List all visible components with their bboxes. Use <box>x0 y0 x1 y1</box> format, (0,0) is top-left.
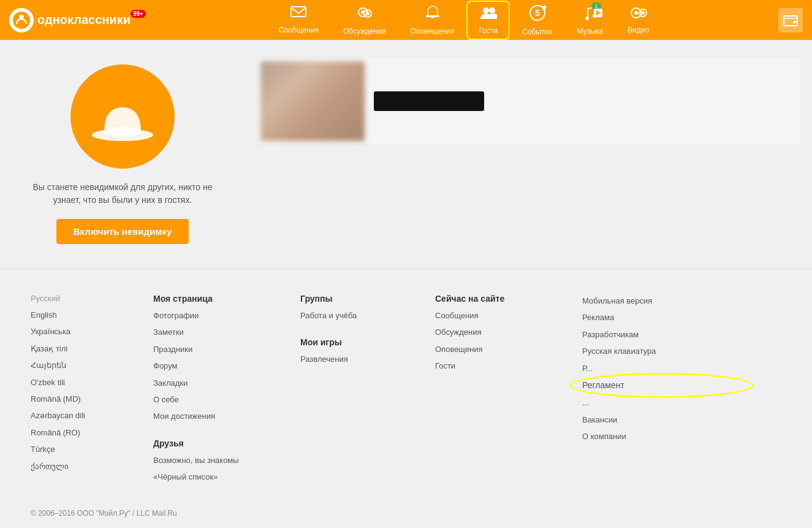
copyright: © 2006–2016 ООО "Мэйл.Ру" / LLC Mail.Ru <box>31 509 781 518</box>
right-panel <box>245 52 812 256</box>
user-photo-1 <box>260 61 365 141</box>
groups-work[interactable]: Работа и учёба <box>300 308 423 323</box>
footer-grid: Русский English Українська Қазақ тілі Հա… <box>31 294 781 484</box>
footer-current-site: Сейчас на сайте Сообщения Обсуждения Опо… <box>435 294 570 484</box>
site-notifications[interactable]: Оповещения <box>435 342 570 356</box>
notifications-icon <box>425 5 440 25</box>
user-name-1 <box>374 91 484 111</box>
svg-rect-21 <box>793 21 796 23</box>
svg-rect-7 <box>426 15 439 17</box>
logo-icon <box>9 8 34 33</box>
friends-heading: Друзья <box>153 438 288 448</box>
nav-label-video: Видео <box>628 26 649 34</box>
svg-point-12 <box>585 17 589 20</box>
svg-point-5 <box>361 10 365 14</box>
friends-blacklist[interactable]: «Чёрный список» <box>153 470 288 484</box>
avatar-circle <box>70 64 175 169</box>
invisible-text: Вы станете невидимкой для других, никто … <box>25 181 221 207</box>
russian-keyboard[interactable]: Русская клавиатура <box>582 344 742 358</box>
nav-item-events[interactable]: 5 События <box>510 0 565 41</box>
site-guests[interactable]: Гости <box>435 359 570 373</box>
my-page-about[interactable]: О себе <box>153 392 288 407</box>
mobile-version[interactable]: Мобильная версия <box>582 294 742 308</box>
my-page-bookmarks[interactable]: Закладки <box>153 376 288 390</box>
events-icon: 5 <box>529 4 546 25</box>
video-icon <box>630 6 647 23</box>
music-icon: 1 <box>583 5 598 25</box>
lang-kazakh[interactable]: Қазақ тілі <box>31 342 141 356</box>
footer-my-page: Моя страница Фотографии Заметки Праздник… <box>153 294 288 484</box>
lang-romanian-md[interactable]: Română (MD) <box>31 392 141 406</box>
reglament-wrapper: Регламент <box>582 378 742 393</box>
nav-item-music[interactable]: 1 Музыка <box>565 0 615 40</box>
svg-point-8 <box>483 7 489 13</box>
groups-heading: Группы <box>300 294 423 304</box>
lang-georgian[interactable]: ქართული <box>31 459 141 473</box>
my-page-heading: Моя страница <box>153 294 288 304</box>
logo-text: одноклассники <box>37 13 131 27</box>
footer: Русский English Українська Қазақ тілі Հա… <box>0 269 812 528</box>
footer-groups: Группы Работа и учёба Мои игры Развлечен… <box>300 294 423 484</box>
svg-text:5: 5 <box>535 8 540 18</box>
lang-ukrainian[interactable]: Українська <box>31 324 141 339</box>
advertising[interactable]: Реклама <box>582 310 742 324</box>
lang-azerbaijani[interactable]: Azərbaycan dili <box>31 408 141 423</box>
current-site-heading: Сейчас на сайте <box>435 294 570 304</box>
my-games-heading: Мои игры <box>300 337 423 347</box>
nav-items: Сообщения Обсуждения <box>150 0 778 41</box>
site-messages[interactable]: Сообщения <box>435 308 570 323</box>
lang-armenian[interactable]: Հայերեն <box>31 358 141 372</box>
svg-point-23 <box>104 127 141 137</box>
svg-point-9 <box>489 7 495 13</box>
lang-english[interactable]: English <box>31 308 141 322</box>
left-panel: Вы станете невидимкой для других, никто … <box>0 52 245 256</box>
lang-romanian-ro[interactable]: Română (RO) <box>31 426 141 440</box>
nav-item-discussions[interactable]: Обсуждения <box>331 0 398 40</box>
lang-turkish[interactable]: Türkçe <box>31 442 141 456</box>
nav-label-guests: Гости <box>479 26 498 35</box>
lang-uzbek[interactable]: O'zbek tili <box>31 375 141 389</box>
svg-rect-2 <box>291 7 306 17</box>
svg-point-0 <box>13 12 30 29</box>
nav-item-messages[interactable]: Сообщения <box>267 1 331 39</box>
nav-label-music: Музыка <box>577 27 603 36</box>
my-page-notes[interactable]: Заметки <box>153 325 288 339</box>
wallet-button[interactable] <box>778 8 803 33</box>
footer-languages: Русский English Українська Қазақ тілі Հա… <box>31 294 141 484</box>
main-content: Вы станете невидимкой для других, никто … <box>0 40 812 269</box>
nav-label-events: События <box>522 28 553 36</box>
link-ellipsis[interactable]: ... <box>582 396 742 410</box>
guests-icon <box>480 6 497 24</box>
my-page-photos[interactable]: Фотографии <box>153 308 288 323</box>
discussions-icon <box>357 5 373 25</box>
link-r[interactable]: Р... <box>582 361 742 375</box>
user-card-1 <box>257 58 800 144</box>
svg-point-18 <box>634 11 638 15</box>
nav-label-messages: Сообщения <box>279 26 319 34</box>
nav-item-guests[interactable]: Гости <box>466 1 510 40</box>
invisible-button[interactable]: Включить невидимку <box>56 219 189 244</box>
games-entertainment[interactable]: Развлечения <box>300 352 423 366</box>
logo-area[interactable]: одноклассники 99+ <box>9 8 150 33</box>
nav-item-notifications[interactable]: Оповещения <box>398 0 467 40</box>
svg-point-19 <box>641 11 645 15</box>
nav-item-video[interactable]: Видео <box>615 1 661 39</box>
messages-icon <box>290 6 306 23</box>
header: одноклассники 99+ Сообщения <box>0 0 812 40</box>
site-discussions[interactable]: Обсуждения <box>435 325 570 339</box>
footer-more-links: Мобильная версия Реклама Разработчикам Р… <box>582 294 742 484</box>
logo-badge: 99+ <box>131 10 146 18</box>
vacancies[interactable]: Вакансии <box>582 413 742 427</box>
my-page-forum[interactable]: Форум <box>153 359 288 373</box>
developers[interactable]: Разработчикам <box>582 327 742 342</box>
nav-item-guests-wrapper: Гости <box>466 1 510 40</box>
my-page-achievements[interactable]: Мои достижения <box>153 409 288 423</box>
reglament-link[interactable]: Регламент <box>582 380 624 390</box>
svg-point-6 <box>366 12 370 15</box>
about-company[interactable]: О компании <box>582 429 742 443</box>
nav-label-discussions: Обсуждения <box>343 27 386 36</box>
my-page-holidays[interactable]: Праздники <box>153 342 288 356</box>
friends-maybe-know[interactable]: Возможно, вы знакомы <box>153 453 288 467</box>
current-language: Русский <box>31 294 141 303</box>
nav-label-notifications: Оповещения <box>411 27 455 36</box>
